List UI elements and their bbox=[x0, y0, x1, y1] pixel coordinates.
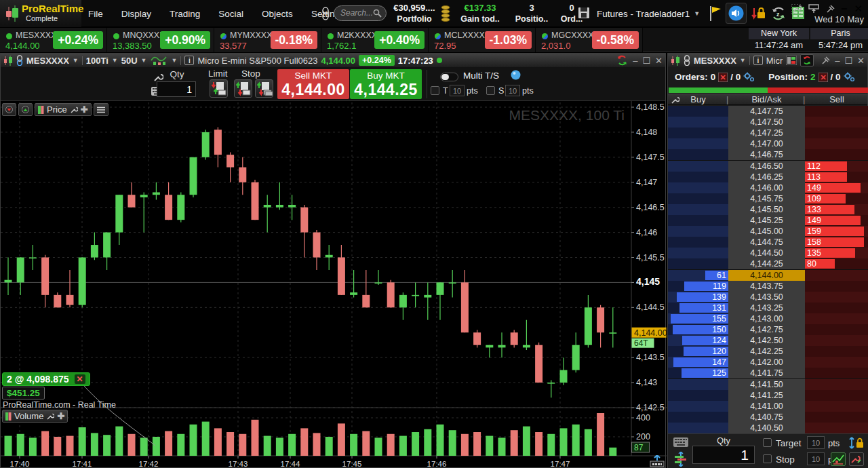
window-refresh-icon[interactable] bbox=[616, 55, 628, 66]
ladder-row[interactable]: 4,145.00159 bbox=[668, 226, 868, 237]
s-pts-input[interactable] bbox=[505, 85, 520, 96]
ladder-row[interactable]: 4,147.25 bbox=[668, 128, 868, 138]
ladder-row[interactable]: 614,144.00 bbox=[668, 270, 868, 281]
workspace-selector[interactable]: Futures - Tradeladder1 ▼ bbox=[597, 0, 700, 27]
sell-cell[interactable] bbox=[805, 346, 868, 357]
multi-ts-toggle[interactable] bbox=[440, 73, 458, 81]
sell-cell[interactable]: 80 bbox=[805, 258, 868, 269]
chevron-down-icon[interactable]: ▼ bbox=[172, 57, 178, 64]
buy-cell[interactable] bbox=[668, 423, 728, 433]
stop-limit-order-button[interactable] bbox=[255, 79, 273, 98]
ladder-row[interactable]: 1394,143.50 bbox=[668, 292, 868, 303]
positions-stat[interactable]: 3 Positio.. bbox=[510, 2, 553, 25]
sell-size-bar[interactable]: 159 bbox=[805, 227, 864, 236]
sell-cell[interactable]: 109 bbox=[805, 193, 868, 204]
price-axis[interactable]: 4,148.54,1484,147.54,1474,146.54,1464,14… bbox=[631, 102, 667, 452]
ticker-MGCXXXX[interactable]: MGCXXXX2,031.0-0.58% bbox=[536, 28, 643, 52]
buy-size-bar[interactable]: 124 bbox=[682, 336, 728, 345]
chart-symbol-select[interactable]: MESXXXX bbox=[26, 56, 69, 66]
close-icon[interactable]: ✕ bbox=[655, 56, 663, 66]
buy-size-bar[interactable]: 125 bbox=[682, 368, 728, 378]
minimize-icon[interactable]: – bbox=[835, 56, 840, 66]
settings-wrench-icon[interactable] bbox=[791, 4, 802, 14]
stop-pts-input[interactable] bbox=[807, 452, 825, 465]
stop-checkbox[interactable] bbox=[486, 86, 495, 95]
buy-cell[interactable]: 147 bbox=[668, 357, 728, 368]
sell-size-bar[interactable]: 133 bbox=[805, 205, 854, 214]
sell-cell[interactable]: 158 bbox=[805, 237, 868, 248]
ladder-row[interactable]: 4,145.50133 bbox=[668, 204, 868, 215]
sell-cell[interactable] bbox=[805, 270, 868, 281]
sell-size-bar[interactable]: 80 bbox=[805, 259, 835, 269]
buy-size-bar[interactable]: 120 bbox=[684, 347, 728, 356]
dom-ladder[interactable]: 4,147.754,147.504,147.254,147.004,146.75… bbox=[668, 106, 868, 433]
lock-arrows-icon[interactable] bbox=[751, 5, 766, 22]
buy-cell[interactable] bbox=[668, 258, 728, 269]
search-input[interactable]: Search... bbox=[334, 5, 387, 21]
buy-cell[interactable] bbox=[668, 128, 728, 138]
close-icon[interactable]: ✕ bbox=[857, 56, 865, 66]
buy-cell[interactable] bbox=[668, 215, 728, 226]
sell-cell[interactable] bbox=[805, 106, 868, 117]
sell-cell[interactable] bbox=[805, 390, 868, 401]
wrench-icon[interactable] bbox=[70, 106, 78, 114]
ladder-row[interactable]: 4,147.75 bbox=[668, 106, 868, 117]
sell-size-bar[interactable]: 149 bbox=[805, 216, 861, 225]
link-icon[interactable] bbox=[16, 55, 23, 66]
target-checkbox[interactable] bbox=[431, 86, 439, 95]
sell-cell[interactable]: 149 bbox=[805, 182, 868, 193]
time-axis[interactable]: 17:4017:4117:4217:4317:4417:4517:4617:47 bbox=[10, 456, 570, 468]
stop-order-button[interactable] bbox=[234, 79, 252, 98]
buy-cell[interactable] bbox=[668, 390, 728, 401]
ladder-settings-button[interactable] bbox=[849, 452, 864, 466]
buy-cell[interactable] bbox=[668, 237, 728, 248]
ticker-MYMXXXX[interactable]: MYMXXXX33,577-0.18% bbox=[214, 28, 321, 52]
col-buy[interactable]: Buy bbox=[668, 94, 728, 104]
sell-cell[interactable] bbox=[805, 313, 868, 324]
sell-size-bar[interactable]: 149 bbox=[805, 183, 861, 193]
buy-cell[interactable] bbox=[668, 172, 728, 182]
menu-display[interactable]: Display bbox=[121, 9, 151, 19]
sell-size-bar[interactable]: 113 bbox=[805, 172, 847, 182]
buy-size-bar[interactable]: 139 bbox=[677, 292, 728, 302]
keyboard-icon[interactable] bbox=[673, 437, 688, 447]
sell-cell[interactable] bbox=[805, 357, 868, 368]
volume-pane-header[interactable]: Volume ✚ bbox=[2, 410, 68, 423]
info-icon[interactable]: i bbox=[753, 56, 763, 65]
ladder-row[interactable]: 1554,143.00 bbox=[668, 313, 868, 324]
portfolio-stat[interactable]: €30,959.... Portfolio bbox=[390, 2, 439, 25]
scroll-down-button[interactable] bbox=[2, 103, 16, 116]
sell-cell[interactable] bbox=[805, 379, 868, 390]
ladder-row[interactable]: 1474,142.00 bbox=[668, 357, 868, 368]
sell-cell[interactable] bbox=[805, 423, 868, 433]
buy-size-bar[interactable]: 119 bbox=[684, 281, 728, 291]
buy-cell[interactable]: 120 bbox=[668, 346, 728, 357]
buy-cell[interactable] bbox=[668, 412, 728, 423]
ladder-row[interactable]: 4,144.2580 bbox=[668, 258, 868, 269]
maximize-icon[interactable]: ☐ bbox=[642, 56, 650, 66]
ladder-row[interactable]: 4,147.50 bbox=[668, 117, 868, 128]
sound-button[interactable] bbox=[726, 3, 747, 24]
ladder-row[interactable]: 1254,141.75 bbox=[668, 368, 868, 378]
buy-cell[interactable]: 125 bbox=[668, 368, 728, 378]
col-bidask[interactable]: Bid/Ask bbox=[728, 94, 805, 104]
ladder-row[interactable]: 4,147.00 bbox=[668, 138, 868, 149]
sell-cell[interactable] bbox=[805, 368, 868, 378]
ladder-row[interactable]: 1314,143.25 bbox=[668, 303, 868, 313]
buy-cell[interactable] bbox=[668, 117, 728, 128]
ladder-row[interactable]: 4,141.25 bbox=[668, 390, 868, 401]
sell-cell[interactable]: 112 bbox=[805, 161, 868, 172]
buy-cell[interactable]: 61 bbox=[668, 270, 728, 281]
ladder-row[interactable]: 4,145.25149 bbox=[668, 215, 868, 226]
ladder-row[interactable]: 4,146.00149 bbox=[668, 182, 868, 193]
sell-cell[interactable] bbox=[805, 281, 868, 292]
scroll-to-latest-button[interactable] bbox=[648, 455, 666, 467]
center-ladder-icon[interactable] bbox=[673, 452, 688, 467]
scroll-up-button[interactable] bbox=[18, 103, 33, 116]
buy-size-bar[interactable]: 150 bbox=[673, 325, 729, 334]
ladder-row[interactable]: 1244,142.50 bbox=[668, 335, 868, 346]
sell-cell[interactable]: 133 bbox=[805, 204, 868, 215]
ladder-row[interactable]: 1504,142.75 bbox=[668, 324, 868, 335]
sell-cell[interactable]: 159 bbox=[805, 226, 868, 237]
sell-cell[interactable] bbox=[805, 303, 868, 313]
